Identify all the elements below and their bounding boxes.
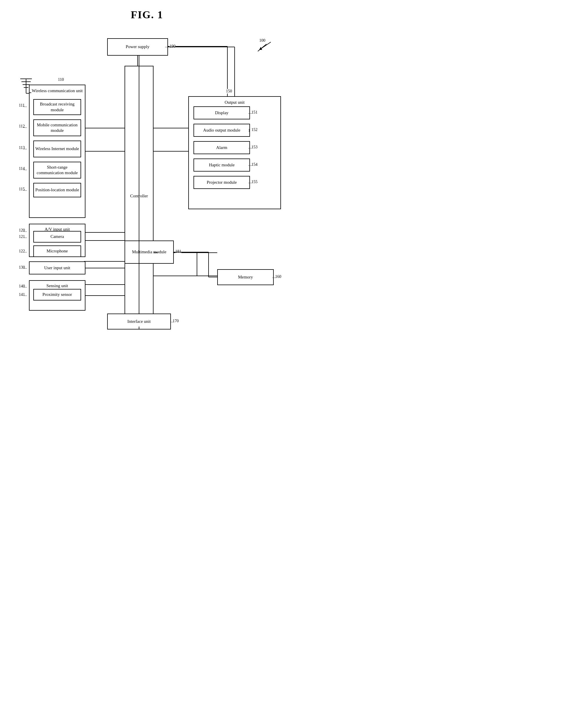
svg-marker-26 <box>259 47 262 50</box>
proximity-sensor-box: Proximity sensor <box>33 289 81 301</box>
page-title: FIG. 1 <box>0 0 294 21</box>
haptic-box: Haptic module <box>193 159 250 171</box>
ref152-label: 152 <box>251 127 257 132</box>
audio-output-box: Audio output module <box>193 124 250 137</box>
projector-box: Projector module <box>193 176 250 189</box>
ref160-label: 160 <box>275 274 281 279</box>
user-input-box: User input unit <box>29 261 85 274</box>
diagram: 100 Power supply 190 — Wireless communic… <box>0 21 294 363</box>
ref155-label: 155 <box>251 180 257 184</box>
microphone-box: Microphone <box>33 245 81 257</box>
memory-box: Memory <box>217 269 274 285</box>
mobile-comm-box: Mobile communication module <box>33 119 81 136</box>
ref190-label: 190 <box>169 44 175 49</box>
power-supply-box: Power supply <box>107 38 168 56</box>
ref150-label: 150 <box>226 89 232 94</box>
ref100-label: 100 <box>259 38 265 43</box>
multimedia-box: Multimedia module <box>125 241 174 264</box>
interface-box: Interface unit <box>107 313 171 329</box>
camera-box: Camera <box>33 231 81 243</box>
position-location-box: Position-location module <box>33 183 81 197</box>
display-box: Display <box>193 106 250 119</box>
ref154-label: 154 <box>251 162 257 167</box>
short-range-box: Short-range communication module <box>33 162 81 179</box>
ref151-label: 151 <box>251 110 257 115</box>
svg-line-25 <box>259 42 271 50</box>
controller-box: Controller <box>125 66 153 327</box>
svg-line-15 <box>258 44 267 51</box>
broadcast-box: Broadcast receiving module <box>33 99 81 115</box>
alarm-box: Alarm <box>193 141 250 154</box>
wireless-internet-box: Wireless Internet module <box>33 141 81 157</box>
ref110-label: 110 <box>58 77 64 82</box>
ref153-label: 153 <box>251 145 257 149</box>
